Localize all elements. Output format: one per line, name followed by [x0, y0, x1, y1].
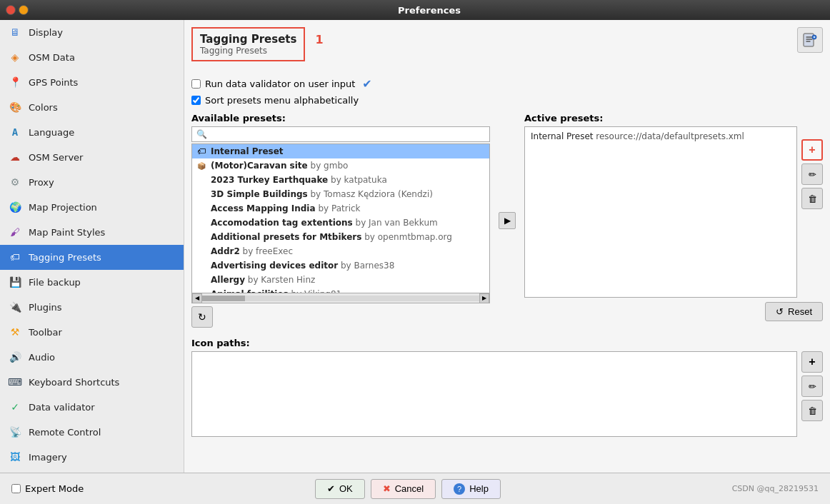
sidebar-item-audio[interactable]: 🔊 Audio	[0, 345, 184, 370]
preset-item-addr2[interactable]: Addr2 by freeExec	[192, 244, 489, 258]
expert-mode-label: Expert Mode	[25, 483, 84, 494]
sidebar-item-osm-server[interactable]: ☁ OSM Server	[0, 145, 184, 170]
minimize-button[interactable]	[19, 5, 29, 15]
cancel-label: Cancel	[395, 483, 424, 494]
presets-columns: Available presets: 🔍 🏷 Internal Preset 📦…	[191, 113, 823, 328]
available-presets-panel: Available presets: 🔍 🏷 Internal Preset 📦…	[191, 113, 490, 328]
available-hscroll[interactable]: ◀ ▶	[191, 293, 490, 303]
sidebar-label-osm-server: OSM Server	[29, 152, 83, 163]
header-number: 1	[315, 33, 323, 46]
sidebar-item-osm-data[interactable]: ◈ OSM Data	[0, 45, 184, 70]
sidebar-item-colors[interactable]: 🎨 Colors	[0, 95, 184, 120]
move-to-active-button[interactable]: ▶	[499, 212, 516, 229]
audio-icon: 🔊	[7, 349, 23, 365]
sort-alphabetically-checkbox[interactable]	[191, 96, 201, 105]
active-presets-list[interactable]: Internal Preset resource://data/defaultp…	[524, 126, 797, 298]
content-area: Tagging Presets Tagging Presets 1 Run da…	[184, 20, 830, 473]
title-bar: Preferences	[0, 0, 830, 20]
preset-item-advertising[interactable]: Advertising devices editor by Barnes38	[192, 258, 489, 273]
sidebar-label-osm-data: OSM Data	[29, 52, 75, 63]
preset-item-animal[interactable]: Animal facilities by Viking81	[192, 287, 489, 293]
ok-button[interactable]: ✔ OK	[315, 479, 365, 499]
sidebar-item-display[interactable]: 🖥 Display	[0, 20, 184, 45]
language-icon: A	[7, 124, 23, 140]
sidebar-item-advanced-preferences[interactable]: ⚙ Advanced Preferences	[0, 470, 184, 473]
cancel-button[interactable]: ✖ Cancel	[371, 479, 436, 499]
icon-paths-list[interactable]	[191, 351, 797, 437]
active-item-internal[interactable]: Internal Preset resource://data/defaultp…	[528, 130, 794, 143]
available-presets-list[interactable]: 🏷 Internal Preset 📦 (Motor)Caravan site …	[191, 143, 490, 293]
sidebar-label-tagging-presets: Tagging Presets	[29, 252, 101, 263]
search-input[interactable]	[210, 129, 485, 139]
help-label: Help	[469, 483, 489, 494]
remove-active-button[interactable]: 🗑	[801, 188, 823, 209]
preset-allergy-icon	[196, 275, 206, 285]
help-icon: ?	[454, 483, 465, 495]
sidebar-item-gps-points[interactable]: 📍 GPS Points	[0, 70, 184, 95]
active-internal-path: resource://data/defaultpresets.xml	[596, 131, 744, 141]
sidebar-item-plugins[interactable]: 🔌 Plugins	[0, 295, 184, 320]
ok-label: OK	[339, 483, 353, 494]
sidebar-label-keyboard: Keyboard Shortcuts	[29, 377, 119, 388]
search-box[interactable]: 🔍	[191, 126, 490, 142]
available-presets-label: Available presets:	[191, 113, 490, 124]
reset-button[interactable]: ↺ Reset	[765, 302, 823, 321]
osm-data-icon: ◈	[7, 49, 23, 65]
remove-icon-path-button[interactable]: 🗑	[801, 400, 823, 421]
preset-item-3d[interactable]: 3D Simple Buildings by Tomasz Kędziora (…	[192, 187, 489, 201]
edit-icon-path-button[interactable]: ✏	[801, 376, 823, 397]
colors-icon: 🎨	[7, 99, 23, 115]
hscroll-left-btn[interactable]: ◀	[192, 293, 202, 303]
sidebar-label-map-projection: Map Projection	[29, 202, 97, 213]
run-validator-label: Run data validator on user input	[205, 79, 355, 89]
preset-item-allergy[interactable]: Allergy by Karsten Hinz	[192, 273, 489, 287]
watermark: CSDN @qq_28219531	[732, 484, 819, 493]
sidebar-label-audio: Audio	[29, 352, 55, 363]
preset-animal-icon	[196, 289, 206, 293]
sidebar-item-tagging-presets[interactable]: 🏷 Tagging Presets	[0, 245, 184, 270]
sidebar-item-map-paint-styles[interactable]: 🖌 Map Paint Styles	[0, 220, 184, 245]
preset-item-access[interactable]: Access Mapping India by Patrick	[192, 201, 489, 216]
sidebar-item-file-backup[interactable]: 💾 File backup	[0, 270, 184, 295]
reset-icon: ↺	[776, 306, 784, 317]
display-icon: 🖥	[7, 24, 23, 40]
preset-item-caravan[interactable]: 📦 (Motor)Caravan site by gmbo	[192, 158, 489, 173]
sidebar-item-imagery[interactable]: 🖼 Imagery	[0, 445, 184, 470]
bottom-bar: Expert Mode ✔ OK ✖ Cancel ? Help CSDN @q…	[0, 473, 830, 504]
hscroll-right-btn[interactable]: ▶	[479, 293, 489, 303]
run-validator-checkbox[interactable]	[191, 79, 201, 89]
add-active-button[interactable]: +	[801, 139, 823, 161]
preset-item-mtbikers[interactable]: Additional presets for Mtbikers by openm…	[192, 230, 489, 244]
file-backup-icon: 💾	[7, 274, 23, 290]
sidebar-item-proxy[interactable]: ⚙ Proxy	[0, 170, 184, 195]
tagging-presets-icon: 🏷	[7, 249, 23, 265]
active-presets-label: Active presets:	[524, 113, 823, 124]
add-icon-path-button[interactable]: +	[801, 351, 823, 373]
help-button[interactable]: ? Help	[441, 479, 501, 499]
main-container: 🖥 Display ◈ OSM Data 📍 GPS Points 🎨 Colo…	[0, 20, 830, 473]
header-title: Tagging Presets	[200, 33, 296, 46]
remote-control-icon: 📡	[7, 424, 23, 440]
reset-label: Reset	[788, 306, 812, 317]
preset-item-turkey[interactable]: 2023 Turkey Earthquake by katpatuka	[192, 173, 489, 187]
toolbar-icon: ⚒	[7, 324, 23, 340]
sidebar-label-file-backup: File backup	[29, 277, 81, 288]
sidebar-label-proxy: Proxy	[29, 177, 54, 188]
sidebar-item-data-validator[interactable]: ✓ Data validator	[0, 395, 184, 420]
icon-paths-label: Icon paths:	[191, 338, 823, 348]
sidebar-item-remote-control[interactable]: 📡 Remote Control	[0, 420, 184, 445]
sidebar-item-language[interactable]: A Language	[0, 120, 184, 145]
ok-icon: ✔	[327, 483, 335, 494]
edit-active-button[interactable]: ✏	[801, 163, 823, 185]
sidebar-item-keyboard-shortcuts[interactable]: ⌨ Keyboard Shortcuts	[0, 370, 184, 395]
preset-item-accommodation[interactable]: Accomodation tag extentions by Jan van B…	[192, 216, 489, 230]
preset-item-internal[interactable]: 🏷 Internal Preset	[192, 144, 489, 158]
expert-mode-checkbox[interactable]	[11, 484, 21, 493]
reload-button[interactable]: ↻	[191, 306, 213, 328]
tag-icon-button[interactable]	[797, 27, 823, 53]
close-button[interactable]	[6, 5, 16, 15]
sidebar-item-map-projection[interactable]: 🌍 Map Projection	[0, 195, 184, 220]
active-panel-row: Internal Preset resource://data/defaultp…	[524, 126, 823, 298]
sidebar-item-toolbar[interactable]: ⚒ Toolbar	[0, 320, 184, 345]
sidebar-label-plugins: Plugins	[29, 302, 62, 313]
